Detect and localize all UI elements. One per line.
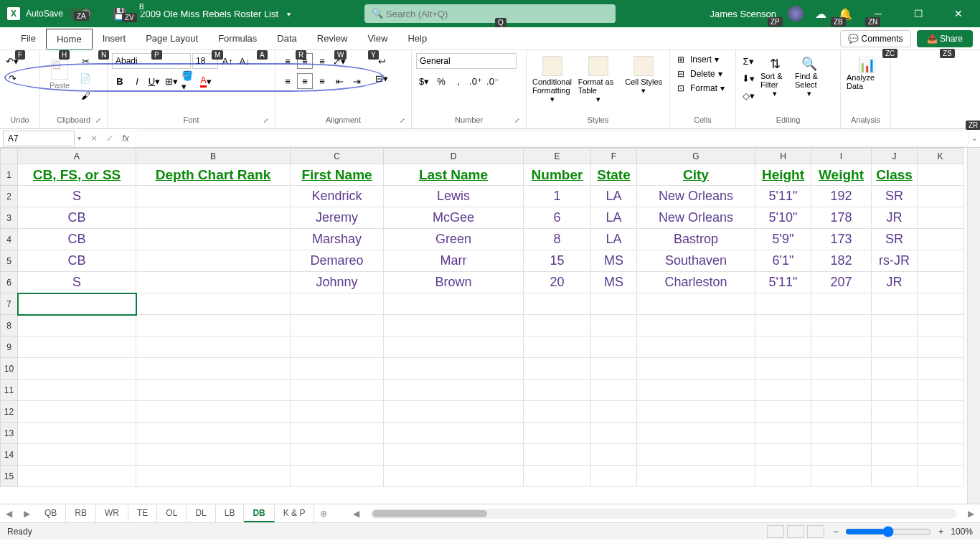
tab-page-layout[interactable]: Page Layout bbox=[136, 29, 208, 48]
cell-I13[interactable] bbox=[811, 423, 872, 444]
cell-I2[interactable]: 192 bbox=[811, 186, 872, 207]
cell-J15[interactable] bbox=[872, 466, 918, 487]
cell-I14[interactable] bbox=[811, 444, 872, 466]
cell-J3[interactable]: JR bbox=[872, 207, 918, 229]
row-header-1[interactable]: 1 bbox=[1, 164, 18, 186]
share-button[interactable]: 📤 Share bbox=[917, 30, 973, 47]
cell-J12[interactable] bbox=[872, 401, 918, 423]
cell-K4[interactable] bbox=[918, 229, 963, 250]
vertical-scrollbar[interactable] bbox=[967, 148, 980, 504]
zoom-out-button[interactable]: − bbox=[833, 527, 838, 537]
tab-insert[interactable]: Insert bbox=[93, 29, 136, 48]
cell-I4[interactable]: 173 bbox=[811, 229, 872, 250]
sheet-tab-QB[interactable]: QB bbox=[36, 505, 66, 522]
sort-filter-button[interactable]: ⇅Sort & Filter▾ bbox=[759, 53, 791, 101]
tab-file[interactable]: File bbox=[11, 29, 46, 48]
cell-K8[interactable] bbox=[918, 315, 963, 336]
analyze-data-button[interactable]: 📊Analyze Data bbox=[845, 53, 888, 93]
cell-F7[interactable] bbox=[591, 293, 637, 315]
cell-A5[interactable]: CB bbox=[18, 250, 136, 272]
number-launcher[interactable]: ⤢ bbox=[514, 117, 524, 127]
increase-indent-button[interactable]: ⇥ bbox=[349, 73, 364, 89]
cell-C11[interactable] bbox=[291, 380, 384, 401]
decrease-font-button[interactable]: A↓ bbox=[237, 53, 253, 69]
tab-help[interactable]: Help bbox=[397, 29, 437, 48]
sheet-nav-prev[interactable]: ◀ bbox=[0, 509, 18, 519]
row-header-12[interactable]: 12 bbox=[1, 401, 18, 423]
zoom-level[interactable]: 100% bbox=[951, 527, 973, 537]
cell-A3[interactable]: CB bbox=[18, 207, 136, 229]
cloud-icon[interactable]: ☁ bbox=[815, 7, 826, 21]
cell-B4[interactable] bbox=[136, 229, 291, 250]
cell-I15[interactable] bbox=[811, 466, 872, 487]
row-header-3[interactable]: 3 bbox=[1, 207, 18, 229]
cell-H3[interactable]: 5'10" bbox=[755, 207, 811, 229]
title-dropdown-icon[interactable]: ▾ bbox=[287, 10, 291, 18]
cell-H9[interactable] bbox=[755, 336, 811, 358]
cell-I5[interactable]: 182 bbox=[811, 250, 872, 272]
cell-B3[interactable] bbox=[136, 207, 291, 229]
cell-K5[interactable] bbox=[918, 250, 963, 272]
cell-G10[interactable] bbox=[637, 358, 755, 380]
cell-B14[interactable] bbox=[136, 444, 291, 466]
font-launcher[interactable]: ⤢ bbox=[263, 117, 273, 127]
font-color-button[interactable]: A▾ bbox=[198, 73, 214, 89]
cell-H14[interactable] bbox=[755, 444, 811, 466]
cell-H1[interactable]: Height bbox=[755, 164, 811, 186]
copy-button[interactable]: 📄 bbox=[77, 70, 93, 86]
cell-J11[interactable] bbox=[872, 380, 918, 401]
cell-H10[interactable] bbox=[755, 358, 811, 380]
cell-I1[interactable]: Weight bbox=[811, 164, 872, 186]
cell-J4[interactable]: SR bbox=[872, 229, 918, 250]
cell-E3[interactable]: 6 bbox=[524, 207, 591, 229]
cell-C5[interactable]: Demareo bbox=[291, 250, 384, 272]
col-header-B[interactable]: B bbox=[136, 149, 291, 164]
cell-E14[interactable] bbox=[524, 444, 591, 466]
cell-K11[interactable] bbox=[918, 380, 963, 401]
align-center-button[interactable]: ≡ bbox=[297, 73, 313, 89]
decrease-indent-button[interactable]: ⇤ bbox=[331, 73, 347, 89]
fill-button[interactable]: ⬇▾ bbox=[740, 70, 756, 86]
find-select-button[interactable]: 🔍Find & Select▾ bbox=[793, 53, 825, 101]
conditional-formatting-button[interactable]: Conditional Formatting▾ bbox=[531, 53, 574, 107]
format-as-table-button[interactable]: Format as Table▾ bbox=[577, 53, 620, 107]
cell-K15[interactable] bbox=[918, 466, 963, 487]
user-name[interactable]: James Scenson bbox=[710, 9, 777, 19]
cell-K7[interactable] bbox=[918, 293, 963, 315]
avatar[interactable] bbox=[788, 6, 804, 22]
cell-F5[interactable]: MS bbox=[591, 250, 637, 272]
cell-E6[interactable]: 20 bbox=[524, 272, 591, 293]
cell-B8[interactable] bbox=[136, 315, 291, 336]
cell-C6[interactable]: Johnny bbox=[291, 272, 384, 293]
underline-button[interactable]: U▾ bbox=[146, 73, 162, 89]
decrease-decimal-button[interactable]: .0⁻ bbox=[485, 73, 501, 89]
formula-input[interactable] bbox=[136, 131, 969, 146]
row-header-4[interactable]: 4 bbox=[1, 229, 18, 250]
cell-J13[interactable] bbox=[872, 423, 918, 444]
page-layout-view-button[interactable] bbox=[787, 525, 804, 538]
cell-B7[interactable] bbox=[136, 293, 291, 315]
cell-C8[interactable] bbox=[291, 315, 384, 336]
tab-home[interactable]: Home bbox=[46, 29, 93, 49]
row-header-9[interactable]: 9 bbox=[1, 336, 18, 358]
cell-D8[interactable] bbox=[384, 315, 524, 336]
cell-G14[interactable] bbox=[637, 444, 755, 466]
cell-K12[interactable] bbox=[918, 401, 963, 423]
sheet-tab-DB[interactable]: DB bbox=[244, 505, 274, 522]
cell-D1[interactable]: Last Name bbox=[384, 164, 524, 186]
cell-D2[interactable]: Lewis bbox=[384, 186, 524, 207]
cell-J1[interactable]: Class bbox=[872, 164, 918, 186]
enter-formula-icon[interactable]: ✓ bbox=[103, 133, 117, 143]
sheet-tab-K-&-P[interactable]: K & P bbox=[275, 505, 315, 522]
cell-G5[interactable]: Southaven bbox=[637, 250, 755, 272]
cell-G13[interactable] bbox=[637, 423, 755, 444]
cell-A14[interactable] bbox=[18, 444, 136, 466]
cell-F3[interactable]: LA bbox=[591, 207, 637, 229]
cell-J2[interactable]: SR bbox=[872, 186, 918, 207]
increase-decimal-button[interactable]: .0⁺ bbox=[468, 73, 484, 89]
cell-K14[interactable] bbox=[918, 444, 963, 466]
cell-J9[interactable] bbox=[872, 336, 918, 358]
cell-C13[interactable] bbox=[291, 423, 384, 444]
cell-K1[interactable] bbox=[918, 164, 963, 186]
cell-J6[interactable]: JR bbox=[872, 272, 918, 293]
